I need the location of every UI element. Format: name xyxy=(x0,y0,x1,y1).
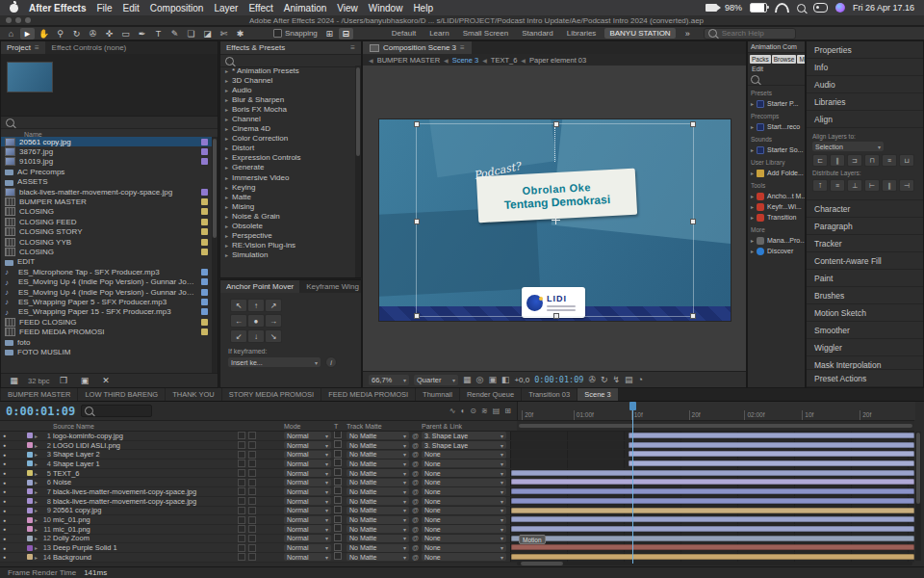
composer-tab-button[interactable]: Packs xyxy=(750,55,771,64)
parent-dropdown[interactable]: None xyxy=(422,479,506,486)
panel-header-row[interactable]: Wiggler xyxy=(807,339,923,356)
t-column-header[interactable]: T xyxy=(334,423,346,430)
blend-mode-dropdown[interactable]: Normal xyxy=(284,487,331,495)
layer-name[interactable]: Shape Layer 1 xyxy=(53,460,236,468)
layer-expand-icon[interactable]: ▸ xyxy=(35,479,41,486)
workspace-tab[interactable]: Standard xyxy=(517,28,557,39)
layer-duration-bar[interactable] xyxy=(511,554,914,560)
effects-category[interactable]: ▸ Color Correction xyxy=(220,134,355,144)
project-item[interactable]: CLOSING xyxy=(1,247,212,256)
align-top-icon[interactable]: ⊓ xyxy=(864,154,880,167)
timeline-tab[interactable]: THANK YOU ✕ xyxy=(166,388,221,401)
timeline-layer-row[interactable]: ● ▸ 2 LOGO LIDI ASLI.png Normal No Matte… xyxy=(0,441,914,451)
layer-track[interactable] xyxy=(510,478,914,486)
timeline-layer-row[interactable]: ● ▸ 6 Noise Normal No Matte @ None xyxy=(0,478,914,487)
preserve-transparency-checkbox[interactable] xyxy=(334,524,342,532)
layer-duration-bar[interactable] xyxy=(511,536,914,541)
timeline-layer-row[interactable]: ● ▸ 9 20561 copy.jpg Normal No Matte @ N… xyxy=(0,507,914,516)
anchor-top-right[interactable]: ↗ xyxy=(265,299,282,312)
app-menu[interactable]: After Effects xyxy=(29,3,86,13)
layer-track[interactable] xyxy=(510,507,914,515)
anchor-point-crosshair[interactable] xyxy=(552,216,560,224)
timeline-tab[interactable]: Render Queue ✕ xyxy=(460,388,521,401)
layer-expand-icon[interactable]: ▸ xyxy=(35,535,41,541)
menu-item[interactable]: Edit xyxy=(123,3,140,13)
panel-header-row[interactable]: Audio xyxy=(807,76,923,93)
preserve-transparency-checkbox[interactable] xyxy=(334,432,342,438)
composition-canvas[interactable]: Obrolan Oke Tentang Demokrasi Podcast? L… xyxy=(379,119,731,321)
distribute-bottom-icon[interactable]: ⊥ xyxy=(847,179,862,192)
project-search-input[interactable] xyxy=(18,118,213,128)
parent-pickwhip-icon[interactable]: @ xyxy=(412,526,422,533)
magnification-dropdown[interactable]: 66,7% xyxy=(369,375,409,385)
track-matte-column-header[interactable]: Track Matte xyxy=(346,423,412,430)
project-item[interactable]: BUMPER MASTER xyxy=(1,197,212,206)
motion-blur-icon[interactable]: ▤ xyxy=(493,407,500,415)
track-matte-dropdown[interactable]: No Matte xyxy=(346,516,409,524)
layer-switches[interactable] xyxy=(236,544,284,552)
layer-label-chip[interactable] xyxy=(27,452,33,458)
home-icon[interactable]: ⌂ xyxy=(4,28,18,39)
disclosure-triangle-icon[interactable]: ▸ xyxy=(225,232,228,239)
layer-label-chip[interactable] xyxy=(27,536,33,541)
disclosure-triangle-icon[interactable]: ▸ xyxy=(225,135,228,142)
source-name-column-header[interactable]: Source Name xyxy=(53,423,236,430)
layer-track[interactable] xyxy=(510,525,914,534)
anchor-center[interactable]: ● xyxy=(247,314,265,328)
parent-dropdown[interactable]: None xyxy=(422,553,506,561)
tab-composition[interactable]: Composition Scene 3 ≡ xyxy=(363,41,472,54)
anchor-top-left[interactable]: ↖ xyxy=(230,299,247,312)
parent-pickwhip-icon[interactable]: @ xyxy=(412,442,422,449)
timeline-layer-row[interactable]: ● ▸ 11 mic_01.png Normal No Matte @ None xyxy=(0,525,914,535)
layer-name[interactable]: Deep Purple Solid 1 xyxy=(53,543,236,552)
preserve-transparency-checkbox[interactable] xyxy=(334,534,342,541)
layer-expand-icon[interactable]: ▸ xyxy=(35,488,41,495)
draft-3d-icon[interactable]: ◐ xyxy=(460,407,465,415)
project-item[interactable]: FEED MEDIA PROMOSI xyxy=(1,327,212,336)
layer-label-chip[interactable] xyxy=(27,470,33,476)
layer-visibility-icon[interactable]: ● xyxy=(0,460,25,466)
project-item[interactable]: FOTO MUSLIM xyxy=(1,347,212,356)
snapping-checkbox[interactable] xyxy=(273,29,282,38)
track-matte-dropdown[interactable]: No Matte xyxy=(346,451,409,459)
disclosure-triangle-icon[interactable]: ▸ xyxy=(225,213,228,220)
tab-keyframe-wing[interactable]: Keyframe Wing xyxy=(300,280,362,293)
disclosure-triangle-icon[interactable]: ▸ xyxy=(225,164,228,171)
anchor-right[interactable]: → xyxy=(265,314,282,328)
project-item[interactable]: EDIT xyxy=(1,257,212,267)
layer-switches[interactable] xyxy=(236,469,284,477)
fast-previews-icon[interactable]: ↯ xyxy=(612,375,620,384)
panel-header-row[interactable]: Paragraph xyxy=(807,218,923,235)
parent-dropdown[interactable]: None xyxy=(422,544,506,552)
track-matte-dropdown[interactable]: No Matte xyxy=(346,544,409,552)
timeline-layer-row[interactable]: ● ▸ 10 mic_01.png Normal No Matte @ None xyxy=(0,515,914,525)
distribute-right-icon[interactable]: ⊣ xyxy=(899,179,914,192)
timeline-vertical-scrollbar[interactable] xyxy=(915,432,921,561)
parent-pickwhip-icon[interactable]: @ xyxy=(412,535,422,541)
parent-dropdown[interactable]: None xyxy=(422,516,506,524)
parent-pickwhip-icon[interactable]: @ xyxy=(412,498,422,505)
layer-track[interactable] xyxy=(510,553,914,562)
project-item[interactable]: FEED CLOSING xyxy=(1,317,212,327)
timeline-layer-row[interactable]: ● ▸ 1 logo-kominfo-copy.jpg Normal No Ma… xyxy=(0,432,914,441)
item-label-chip[interactable] xyxy=(201,139,208,145)
panel-header-row[interactable]: Info xyxy=(807,59,923,76)
disclosure-triangle-icon[interactable]: ▸ xyxy=(751,248,754,254)
project-item[interactable]: CLOSING YYB xyxy=(1,237,212,247)
parent-dropdown[interactable]: 3. Shape Laye xyxy=(422,432,506,439)
timeline-layer-row[interactable]: ● ▸ 13 Deep Purple Solid 1 Normal No Mat… xyxy=(0,543,914,553)
project-item[interactable]: ES_Wrapping Paper 5 - SFX Producer.mp3 xyxy=(1,297,212,306)
parent-pickwhip-icon[interactable]: @ xyxy=(412,470,422,477)
new-folder-icon[interactable]: ❐ xyxy=(57,375,71,386)
timeline-layer-row[interactable]: ● ▸ 8 black-lives-matter-movement-copy-s… xyxy=(0,497,914,507)
panel-header-row[interactable]: Smoother xyxy=(807,322,923,339)
snap-to-guides-icon[interactable]: ⊟ xyxy=(339,28,353,39)
panel-header-row[interactable]: Content-Aware Fill xyxy=(807,252,923,270)
layer-visibility-icon[interactable]: ● xyxy=(0,488,25,494)
panel-header-row[interactable]: Brushes xyxy=(807,287,923,304)
item-label-chip[interactable] xyxy=(201,239,208,246)
screen-mirroring-icon[interactable] xyxy=(706,4,717,12)
layer-visibility-icon[interactable]: ● xyxy=(0,517,25,523)
item-label-chip[interactable] xyxy=(201,228,208,235)
preserve-transparency-checkbox[interactable] xyxy=(334,478,342,486)
